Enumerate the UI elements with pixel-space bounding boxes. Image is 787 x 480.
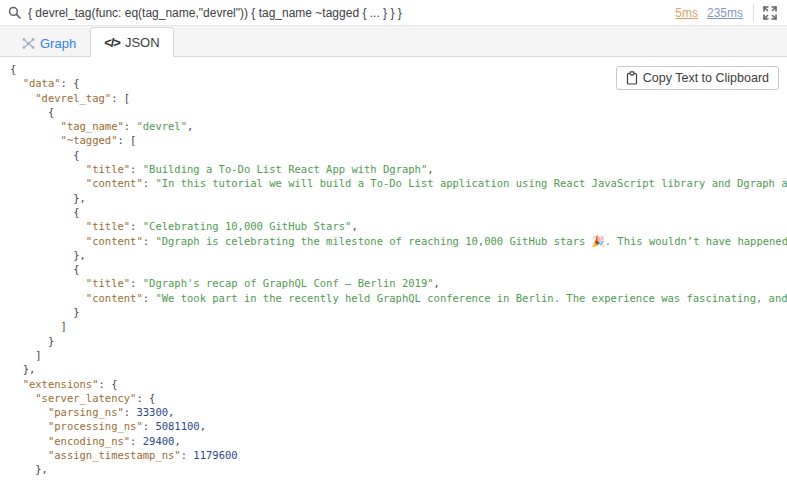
json-line: "title": "Building a To-Do List React Ap… bbox=[10, 162, 787, 176]
expand-button[interactable] bbox=[753, 4, 779, 22]
json-line: } bbox=[10, 305, 787, 319]
json-line: "title": "Celebrating 10,000 GitHub Star… bbox=[10, 219, 787, 233]
copy-button-label: Copy Text to Clipboard bbox=[643, 71, 769, 85]
json-line: "server_latency": { bbox=[10, 391, 787, 405]
search-icon bbox=[8, 6, 21, 19]
json-line: "assign_timestamp_ns": 1179600 bbox=[10, 448, 787, 462]
json-line: }, bbox=[10, 362, 787, 376]
json-line: "content": "Dgraph is celebrating the mi… bbox=[10, 234, 787, 248]
query-text[interactable]: { devrel_tag(func: eq(tag_name,"devrel")… bbox=[28, 6, 668, 20]
tab-graph-label: Graph bbox=[40, 36, 76, 51]
copy-to-clipboard-button[interactable]: Copy Text to Clipboard bbox=[616, 66, 779, 90]
server-latency-badge[interactable]: 5ms bbox=[675, 6, 698, 20]
json-line: "tag_name": "devrel", bbox=[10, 119, 787, 133]
latency-indicators: 5ms 235ms bbox=[675, 4, 779, 22]
json-line: }, bbox=[10, 462, 787, 476]
json-line: ] bbox=[10, 348, 787, 362]
tab-json-label: JSON bbox=[125, 35, 160, 50]
json-panel: Copy Text to Clipboard {"data": {"devrel… bbox=[0, 57, 787, 480]
json-line: "txn": { bbox=[10, 477, 787, 480]
json-line: "content": "We took part in the recently… bbox=[10, 291, 787, 305]
json-line: "~tagged": [ bbox=[10, 133, 787, 147]
json-line: ] bbox=[10, 319, 787, 333]
json-line: "parsing_ns": 33300, bbox=[10, 405, 787, 419]
result-tabbar: Graph </> JSON bbox=[0, 26, 787, 57]
clipboard-icon bbox=[626, 71, 638, 85]
json-line: }, bbox=[10, 248, 787, 262]
json-line: "processing_ns": 5081100, bbox=[10, 419, 787, 433]
json-line: }, bbox=[10, 191, 787, 205]
json-line: "extensions": { bbox=[10, 377, 787, 391]
json-output: {"data": {"devrel_tag": [{"tag_name": "d… bbox=[0, 57, 787, 480]
expand-icon bbox=[763, 6, 777, 20]
json-line: "devrel_tag": [ bbox=[10, 91, 787, 105]
json-line: } bbox=[10, 334, 787, 348]
json-line: { bbox=[10, 105, 787, 119]
json-line: { bbox=[10, 205, 787, 219]
graph-icon bbox=[22, 37, 35, 50]
json-line: "encoding_ns": 29400, bbox=[10, 434, 787, 448]
network-latency-badge[interactable]: 235ms bbox=[707, 6, 743, 20]
json-line: "content": "In this tutorial we will bui… bbox=[10, 176, 787, 190]
tab-json[interactable]: </> JSON bbox=[90, 27, 173, 57]
query-bar: { devrel_tag(func: eq(tag_name,"devrel")… bbox=[0, 0, 787, 26]
json-line: { bbox=[10, 148, 787, 162]
tab-graph[interactable]: Graph bbox=[8, 29, 90, 57]
json-line: { bbox=[10, 262, 787, 276]
code-icon: </> bbox=[104, 35, 120, 50]
json-line: "title": "Dgraph's recap of GraphQL Conf… bbox=[10, 276, 787, 290]
